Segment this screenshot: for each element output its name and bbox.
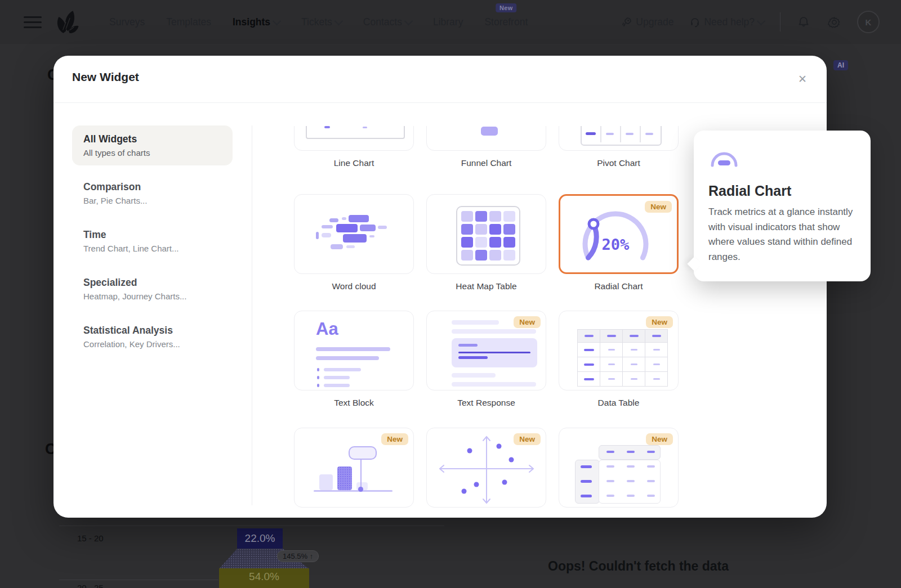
chevron-down-icon [404,16,413,25]
nav-item-insights[interactable]: Insights [233,16,280,28]
sidebar-item-all-widgets[interactable]: All Widgets All types of charts [72,125,233,165]
new-widget-modal: New Widget ✕ All Widgets All types of ch… [53,56,827,518]
nav-divider [780,12,780,32]
ai-badge: AI [833,60,848,70]
new-badge: New [514,316,541,328]
widget-label: Word cloud [294,281,414,291]
svg-text:20%: 20% [602,236,630,253]
nav-menu: Surveys Templates Insights Tickets Conta… [109,16,528,28]
radial-mini-icon [707,145,741,169]
funnel-delta-badge: 145.5% ↑ [277,550,319,562]
sidebar-item-specialized[interactable]: Specialized Heatmap, Journey Charts... [72,269,233,309]
nav-right-group: Upgrade Need help? K [621,11,880,33]
funnel-row-label: 15 - 20 [77,533,104,543]
widget-label: Text Response [426,398,546,408]
widget-card-benchmark-bar[interactable]: New [294,428,414,508]
widget-card-funnel-chart[interactable] [426,126,546,151]
nav-item-templates[interactable]: Templates [166,16,211,28]
modal-title: New Widget [72,70,139,84]
widget-label: Text Block [294,398,414,408]
notifications-bell-icon[interactable] [796,15,811,29]
radial-chart-tooltip: Radial Chart Track metrics at a glance i… [694,131,871,281]
settings-gear-icon[interactable] [827,15,841,29]
tooltip-body: Track metrics at a glance instantly with… [708,205,858,264]
tooltip-title: Radial Chart [708,183,791,199]
sidebar-item-statistical-analysis[interactable]: Statistical Analysis Correlation, Key Dr… [72,317,233,357]
text-sample: Aa [316,319,338,339]
widget-card-text-response[interactable]: New [426,311,546,390]
widget-label: Line Chart [294,158,414,168]
chevron-down-icon [334,16,344,25]
modal-header: New Widget ✕ [53,56,827,103]
nav-item-surveys[interactable]: Surveys [109,16,145,28]
widget-card-data-table[interactable]: New [559,311,679,390]
upgrade-button[interactable]: Upgrade [621,16,673,28]
sidebar-item-comparison[interactable]: Comparison Bar, Pie Charts... [72,173,233,213]
hamburger-menu-icon[interactable] [24,16,42,28]
funnel-gridline [59,526,444,526]
funnel-bar-22: 22.0% [237,528,283,549]
error-message: Oops! Couldn't fetch the data [548,559,729,574]
widget-label: Pivot Chart [559,158,679,168]
category-sidebar: All Widgets All types of charts Comparis… [72,125,233,365]
user-avatar[interactable]: K [857,11,880,33]
widget-card-word-cloud[interactable] [294,194,414,274]
widget-card-scatter-plot[interactable]: New [426,428,546,508]
new-badge: New [514,433,541,445]
nav-item-storefront[interactable]: New Storefront [484,16,528,28]
chevron-down-icon [757,16,766,25]
app-logo-leaf-icon[interactable] [51,7,81,37]
nav-item-library[interactable]: Library [433,16,463,28]
widget-label: Radial Chart [559,281,679,291]
sidebar-item-time[interactable]: Time Trend Chart, Line Chart... [72,221,233,261]
funnel-gridline-2 [59,580,218,580]
widget-card-radial-chart-selected[interactable]: New 20% [559,194,679,274]
widget-card-text-block[interactable]: Aa [294,311,414,390]
storefront-new-badge: New [496,3,517,12]
new-badge: New [645,201,672,213]
new-badge: New [646,316,673,328]
funnel-bar-54: 54.0% [219,568,309,588]
rocket-icon [621,16,632,28]
widget-card-cross-tab[interactable]: New [559,428,679,508]
widget-card-heat-map-table[interactable] [426,194,546,274]
headset-icon [689,16,701,28]
nav-item-contacts[interactable]: Contacts [363,16,412,28]
widget-card-line-chart[interactable] [294,126,414,151]
top-nav: Surveys Templates Insights Tickets Conta… [0,0,901,44]
new-badge: New [381,433,408,445]
widget-card-pivot-chart[interactable] [559,126,679,151]
screen: Surveys Templates Insights Tickets Conta… [0,0,901,588]
sidebar-divider [252,125,252,505]
chevron-down-icon [273,16,282,25]
close-icon[interactable]: ✕ [793,69,812,88]
widget-label: Heat Map Table [426,281,546,291]
need-help-button[interactable]: Need help? [689,16,764,28]
nav-item-tickets[interactable]: Tickets [301,16,342,28]
widget-label: Data Table [559,398,679,408]
new-badge: New [646,433,673,445]
data-table-illustration [577,329,668,387]
funnel-row-label-2: 20 - 25 [77,583,104,588]
widget-label: Funnel Chart [426,158,546,168]
